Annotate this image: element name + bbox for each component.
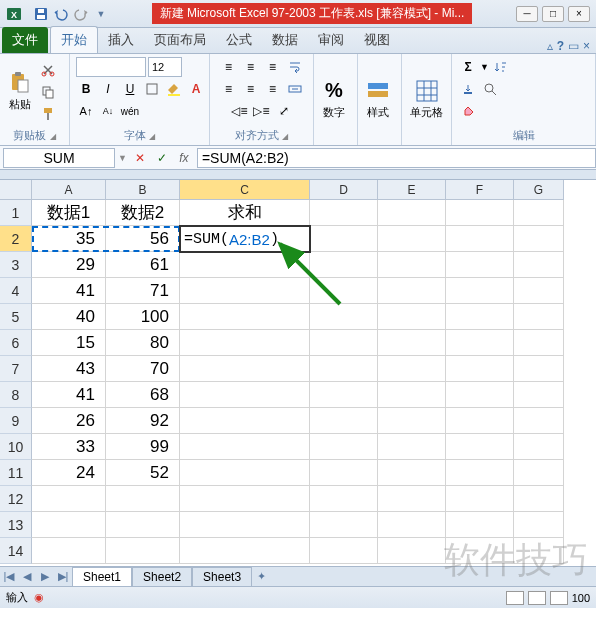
cell-B3[interactable]: 61 [106,252,180,278]
normal-view-icon[interactable] [506,591,524,605]
sheet-next-icon[interactable]: ▶ [36,568,54,586]
sheet-first-icon[interactable]: |◀ [0,568,18,586]
cell-F14[interactable] [446,538,514,564]
copy-icon[interactable] [38,82,58,102]
row-header-2[interactable]: 2 [0,226,32,252]
font-color-icon[interactable]: A [186,79,206,99]
cell-E6[interactable] [378,330,446,356]
undo-icon[interactable] [52,5,70,23]
cell-A7[interactable]: 43 [32,356,106,382]
border-icon[interactable] [142,79,162,99]
cell-G7[interactable] [514,356,564,382]
cell-B6[interactable]: 80 [106,330,180,356]
cell-D2[interactable] [310,226,378,252]
cell-A13[interactable] [32,512,106,538]
sheet-tab-1[interactable]: Sheet1 [72,567,132,586]
cell-C9[interactable] [180,408,310,434]
font-size-combo[interactable]: 12 [148,57,182,77]
format-painter-icon[interactable] [38,104,58,124]
cell-C10[interactable] [180,434,310,460]
cell-D3[interactable] [310,252,378,278]
increase-indent-icon[interactable]: ▷≡ [252,101,272,121]
cell-A6[interactable]: 15 [32,330,106,356]
row-header-4[interactable]: 4 [0,278,32,304]
fill-icon[interactable] [458,79,478,99]
page-break-view-icon[interactable] [550,591,568,605]
cell-G5[interactable] [514,304,564,330]
cell-E11[interactable] [378,460,446,486]
tab-data[interactable]: 数据 [262,27,308,53]
cell-G1[interactable] [514,200,564,226]
cell-B7[interactable]: 70 [106,356,180,382]
cell-E8[interactable] [378,382,446,408]
cell-C13[interactable] [180,512,310,538]
grow-font-icon[interactable]: A↑ [76,101,96,121]
cell-A4[interactable]: 41 [32,278,106,304]
row-header-10[interactable]: 10 [0,434,32,460]
formula-input[interactable]: =SUM(A2:B2) [197,148,596,168]
cell-F6[interactable] [446,330,514,356]
cell-G14[interactable] [514,538,564,564]
col-header-B[interactable]: B [106,180,180,200]
tab-layout[interactable]: 页面布局 [144,27,216,53]
fill-color-icon[interactable] [164,79,184,99]
cell-F2[interactable] [446,226,514,252]
cell-B5[interactable]: 100 [106,304,180,330]
row-header-1[interactable]: 1 [0,200,32,226]
col-header-D[interactable]: D [310,180,378,200]
cell-G10[interactable] [514,434,564,460]
cell-G12[interactable] [514,486,564,512]
cell-F3[interactable] [446,252,514,278]
zoom-level[interactable]: 100 [572,592,590,604]
row-header-13[interactable]: 13 [0,512,32,538]
cell-C6[interactable] [180,330,310,356]
sheet-last-icon[interactable]: ▶| [54,568,72,586]
cell-C14[interactable] [180,538,310,564]
number-format-button[interactable]: %数字 [320,77,348,122]
row-header-8[interactable]: 8 [0,382,32,408]
cell-B1[interactable]: 数据2 [106,200,180,226]
cell-E5[interactable] [378,304,446,330]
cell-C7[interactable] [180,356,310,382]
align-center-icon[interactable]: ≡ [241,79,261,99]
cell-G3[interactable] [514,252,564,278]
cell-C5[interactable] [180,304,310,330]
row-header-7[interactable]: 7 [0,356,32,382]
cell-D14[interactable] [310,538,378,564]
page-layout-view-icon[interactable] [528,591,546,605]
tab-insert[interactable]: 插入 [98,27,144,53]
mdi-restore-icon[interactable]: ▭ [568,39,579,53]
row-header-6[interactable]: 6 [0,330,32,356]
col-header-E[interactable]: E [378,180,446,200]
select-all-corner[interactable] [0,180,32,200]
cell-D4[interactable] [310,278,378,304]
align-left-icon[interactable]: ≡ [219,79,239,99]
new-sheet-icon[interactable]: ✦ [252,568,270,586]
cell-C4[interactable] [180,278,310,304]
row-header-3[interactable]: 3 [0,252,32,278]
cell-C11[interactable] [180,460,310,486]
align-bottom-icon[interactable]: ≡ [263,57,283,77]
cell-D9[interactable] [310,408,378,434]
merge-cells-icon[interactable] [285,79,305,99]
cells-button[interactable]: 单元格 [408,77,445,122]
tab-review[interactable]: 审阅 [308,27,354,53]
cell-D11[interactable] [310,460,378,486]
phonetic-icon[interactable]: wén [120,101,140,121]
cell-E2[interactable] [378,226,446,252]
minimize-ribbon-icon[interactable]: ▵ [547,39,553,53]
cell-F5[interactable] [446,304,514,330]
cell-E3[interactable] [378,252,446,278]
italic-button[interactable]: I [98,79,118,99]
maximize-button[interactable]: □ [542,6,564,22]
tab-home[interactable]: 开始 [50,26,98,53]
cell-E7[interactable] [378,356,446,382]
cell-D10[interactable] [310,434,378,460]
align-right-icon[interactable]: ≡ [263,79,283,99]
styles-button[interactable]: 样式 [364,77,392,122]
shrink-font-icon[interactable]: A↓ [98,101,118,121]
cell-B2[interactable]: 56 [106,226,180,252]
cell-A1[interactable]: 数据1 [32,200,106,226]
cell-A10[interactable]: 33 [32,434,106,460]
cell-B8[interactable]: 68 [106,382,180,408]
